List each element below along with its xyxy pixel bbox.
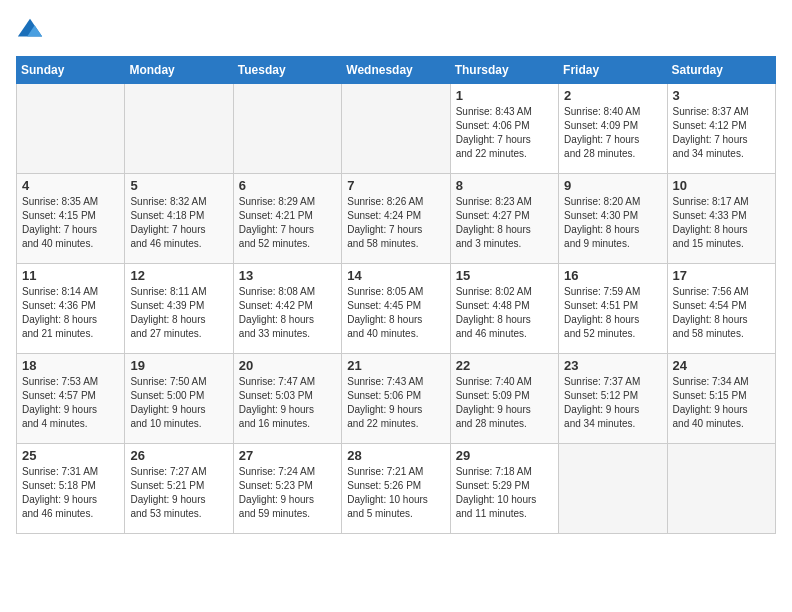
- calendar-cell: 16Sunrise: 7:59 AM Sunset: 4:51 PM Dayli…: [559, 264, 667, 354]
- calendar-cell: 25Sunrise: 7:31 AM Sunset: 5:18 PM Dayli…: [17, 444, 125, 534]
- calendar-cell: 24Sunrise: 7:34 AM Sunset: 5:15 PM Dayli…: [667, 354, 775, 444]
- calendar-cell: [667, 444, 775, 534]
- header: [16, 16, 776, 44]
- day-number: 23: [564, 358, 661, 373]
- day-info: Sunrise: 7:53 AM Sunset: 4:57 PM Dayligh…: [22, 375, 119, 431]
- calendar-cell: 19Sunrise: 7:50 AM Sunset: 5:00 PM Dayli…: [125, 354, 233, 444]
- header-day-thursday: Thursday: [450, 57, 558, 84]
- day-info: Sunrise: 7:24 AM Sunset: 5:23 PM Dayligh…: [239, 465, 336, 521]
- day-number: 8: [456, 178, 553, 193]
- calendar-cell: 3Sunrise: 8:37 AM Sunset: 4:12 PM Daylig…: [667, 84, 775, 174]
- day-number: 28: [347, 448, 444, 463]
- calendar-cell: [559, 444, 667, 534]
- calendar-cell: 17Sunrise: 7:56 AM Sunset: 4:54 PM Dayli…: [667, 264, 775, 354]
- day-info: Sunrise: 8:29 AM Sunset: 4:21 PM Dayligh…: [239, 195, 336, 251]
- calendar-cell: [125, 84, 233, 174]
- header-day-friday: Friday: [559, 57, 667, 84]
- calendar-cell: 7Sunrise: 8:26 AM Sunset: 4:24 PM Daylig…: [342, 174, 450, 264]
- day-number: 11: [22, 268, 119, 283]
- calendar-cell: 29Sunrise: 7:18 AM Sunset: 5:29 PM Dayli…: [450, 444, 558, 534]
- week-row-3: 11Sunrise: 8:14 AM Sunset: 4:36 PM Dayli…: [17, 264, 776, 354]
- calendar-table: SundayMondayTuesdayWednesdayThursdayFrid…: [16, 56, 776, 534]
- day-number: 2: [564, 88, 661, 103]
- calendar-cell: 15Sunrise: 8:02 AM Sunset: 4:48 PM Dayli…: [450, 264, 558, 354]
- day-number: 6: [239, 178, 336, 193]
- day-number: 13: [239, 268, 336, 283]
- day-info: Sunrise: 7:56 AM Sunset: 4:54 PM Dayligh…: [673, 285, 770, 341]
- day-number: 21: [347, 358, 444, 373]
- day-number: 20: [239, 358, 336, 373]
- week-row-2: 4Sunrise: 8:35 AM Sunset: 4:15 PM Daylig…: [17, 174, 776, 264]
- day-info: Sunrise: 8:37 AM Sunset: 4:12 PM Dayligh…: [673, 105, 770, 161]
- day-number: 22: [456, 358, 553, 373]
- day-info: Sunrise: 8:40 AM Sunset: 4:09 PM Dayligh…: [564, 105, 661, 161]
- calendar-cell: 9Sunrise: 8:20 AM Sunset: 4:30 PM Daylig…: [559, 174, 667, 264]
- day-number: 15: [456, 268, 553, 283]
- calendar-cell: [233, 84, 341, 174]
- calendar-cell: 10Sunrise: 8:17 AM Sunset: 4:33 PM Dayli…: [667, 174, 775, 264]
- day-number: 25: [22, 448, 119, 463]
- day-info: Sunrise: 7:43 AM Sunset: 5:06 PM Dayligh…: [347, 375, 444, 431]
- calendar-cell: 28Sunrise: 7:21 AM Sunset: 5:26 PM Dayli…: [342, 444, 450, 534]
- calendar-cell: 1Sunrise: 8:43 AM Sunset: 4:06 PM Daylig…: [450, 84, 558, 174]
- day-info: Sunrise: 7:37 AM Sunset: 5:12 PM Dayligh…: [564, 375, 661, 431]
- week-row-5: 25Sunrise: 7:31 AM Sunset: 5:18 PM Dayli…: [17, 444, 776, 534]
- header-day-sunday: Sunday: [17, 57, 125, 84]
- day-info: Sunrise: 7:47 AM Sunset: 5:03 PM Dayligh…: [239, 375, 336, 431]
- header-day-saturday: Saturday: [667, 57, 775, 84]
- day-info: Sunrise: 8:11 AM Sunset: 4:39 PM Dayligh…: [130, 285, 227, 341]
- day-info: Sunrise: 8:26 AM Sunset: 4:24 PM Dayligh…: [347, 195, 444, 251]
- calendar-cell: [17, 84, 125, 174]
- calendar-cell: 22Sunrise: 7:40 AM Sunset: 5:09 PM Dayli…: [450, 354, 558, 444]
- calendar-cell: 11Sunrise: 8:14 AM Sunset: 4:36 PM Dayli…: [17, 264, 125, 354]
- day-number: 1: [456, 88, 553, 103]
- day-number: 14: [347, 268, 444, 283]
- day-number: 26: [130, 448, 227, 463]
- day-info: Sunrise: 8:32 AM Sunset: 4:18 PM Dayligh…: [130, 195, 227, 251]
- header-day-wednesday: Wednesday: [342, 57, 450, 84]
- day-number: 16: [564, 268, 661, 283]
- header-row: SundayMondayTuesdayWednesdayThursdayFrid…: [17, 57, 776, 84]
- header-day-monday: Monday: [125, 57, 233, 84]
- day-number: 17: [673, 268, 770, 283]
- day-number: 29: [456, 448, 553, 463]
- calendar-cell: 18Sunrise: 7:53 AM Sunset: 4:57 PM Dayli…: [17, 354, 125, 444]
- day-number: 3: [673, 88, 770, 103]
- calendar-cell: 23Sunrise: 7:37 AM Sunset: 5:12 PM Dayli…: [559, 354, 667, 444]
- calendar-cell: 13Sunrise: 8:08 AM Sunset: 4:42 PM Dayli…: [233, 264, 341, 354]
- day-number: 18: [22, 358, 119, 373]
- calendar-cell: 12Sunrise: 8:11 AM Sunset: 4:39 PM Dayli…: [125, 264, 233, 354]
- day-info: Sunrise: 8:20 AM Sunset: 4:30 PM Dayligh…: [564, 195, 661, 251]
- day-info: Sunrise: 7:21 AM Sunset: 5:26 PM Dayligh…: [347, 465, 444, 521]
- calendar-cell: 6Sunrise: 8:29 AM Sunset: 4:21 PM Daylig…: [233, 174, 341, 264]
- day-number: 10: [673, 178, 770, 193]
- day-info: Sunrise: 7:18 AM Sunset: 5:29 PM Dayligh…: [456, 465, 553, 521]
- calendar-cell: 27Sunrise: 7:24 AM Sunset: 5:23 PM Dayli…: [233, 444, 341, 534]
- calendar-cell: 5Sunrise: 8:32 AM Sunset: 4:18 PM Daylig…: [125, 174, 233, 264]
- calendar-cell: 4Sunrise: 8:35 AM Sunset: 4:15 PM Daylig…: [17, 174, 125, 264]
- day-info: Sunrise: 8:08 AM Sunset: 4:42 PM Dayligh…: [239, 285, 336, 341]
- day-number: 4: [22, 178, 119, 193]
- day-number: 12: [130, 268, 227, 283]
- week-row-4: 18Sunrise: 7:53 AM Sunset: 4:57 PM Dayli…: [17, 354, 776, 444]
- day-info: Sunrise: 7:40 AM Sunset: 5:09 PM Dayligh…: [456, 375, 553, 431]
- header-day-tuesday: Tuesday: [233, 57, 341, 84]
- day-info: Sunrise: 8:02 AM Sunset: 4:48 PM Dayligh…: [456, 285, 553, 341]
- calendar-cell: 2Sunrise: 8:40 AM Sunset: 4:09 PM Daylig…: [559, 84, 667, 174]
- calendar-cell: 14Sunrise: 8:05 AM Sunset: 4:45 PM Dayli…: [342, 264, 450, 354]
- day-info: Sunrise: 8:23 AM Sunset: 4:27 PM Dayligh…: [456, 195, 553, 251]
- day-info: Sunrise: 8:17 AM Sunset: 4:33 PM Dayligh…: [673, 195, 770, 251]
- day-info: Sunrise: 7:50 AM Sunset: 5:00 PM Dayligh…: [130, 375, 227, 431]
- day-info: Sunrise: 7:27 AM Sunset: 5:21 PM Dayligh…: [130, 465, 227, 521]
- day-info: Sunrise: 8:43 AM Sunset: 4:06 PM Dayligh…: [456, 105, 553, 161]
- day-number: 24: [673, 358, 770, 373]
- day-info: Sunrise: 8:05 AM Sunset: 4:45 PM Dayligh…: [347, 285, 444, 341]
- day-number: 9: [564, 178, 661, 193]
- calendar-cell: [342, 84, 450, 174]
- logo-icon: [16, 16, 44, 44]
- calendar-cell: 21Sunrise: 7:43 AM Sunset: 5:06 PM Dayli…: [342, 354, 450, 444]
- day-info: Sunrise: 8:35 AM Sunset: 4:15 PM Dayligh…: [22, 195, 119, 251]
- day-number: 5: [130, 178, 227, 193]
- day-info: Sunrise: 7:31 AM Sunset: 5:18 PM Dayligh…: [22, 465, 119, 521]
- day-number: 7: [347, 178, 444, 193]
